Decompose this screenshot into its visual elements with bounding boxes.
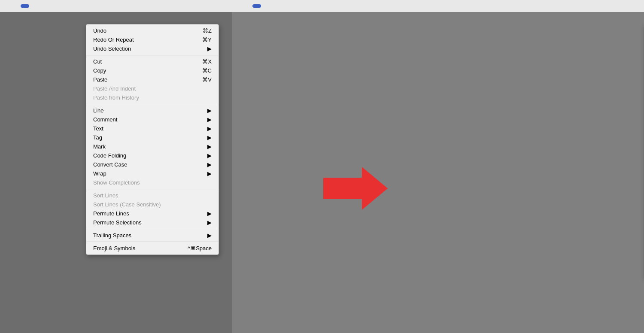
separator-5 <box>86 242 219 242</box>
menu-item-label: Permute Lines <box>93 210 129 217</box>
menu-item-1-2[interactable]: Paste⌘V <box>86 75 219 84</box>
menu-item-label: Paste And Indent <box>93 85 136 92</box>
left-dropdown: Undo⌘ZRedo Or Repeat⌘YUndo Selection▶Cut… <box>86 24 219 255</box>
menu-item-label: Paste from History <box>93 94 139 101</box>
menu-item-shortcut: ⌘C <box>202 67 212 74</box>
menu-item-shortcut: ⌘X <box>202 58 212 65</box>
menu-item-2-2[interactable]: Text▶ <box>86 124 219 133</box>
app-name-left[interactable] <box>3 4 12 8</box>
separator-2 <box>86 104 219 104</box>
menu-item-shortcut: ⌘Z <box>203 27 212 34</box>
menu-edit-right[interactable] <box>252 4 261 8</box>
menu-item-label: Line <box>93 107 104 114</box>
menu-file-right[interactable] <box>244 4 252 8</box>
app-name-right[interactable] <box>235 4 244 8</box>
arrow-container <box>323 167 388 210</box>
arrow-shape <box>323 167 388 210</box>
menu-item-label: Show Completions <box>93 179 140 186</box>
menubar <box>0 0 644 12</box>
separator-1 <box>86 55 219 55</box>
menu-item-3-2[interactable]: Permute Lines▶ <box>86 209 219 218</box>
menu-item-label: Undo <box>93 27 106 34</box>
menu-item-label: Trailing Spaces <box>93 232 131 239</box>
menu-item-2-6[interactable]: Convert Case▶ <box>86 160 219 169</box>
menu-item-shortcut: ▶ <box>207 116 212 123</box>
menu-item-shortcut: ⌘Y <box>202 36 212 43</box>
menu-item-1-1[interactable]: Copy⌘C <box>86 66 219 75</box>
menu-selection-right[interactable] <box>261 4 270 8</box>
menu-item-label: Wrap <box>93 170 106 177</box>
menu-item-shortcut: ▶ <box>207 161 212 168</box>
menu-item-label: Comment <box>93 116 117 123</box>
arrow-head <box>362 167 388 210</box>
menu-item-shortcut: ▶ <box>207 170 212 177</box>
menu-item-2-5[interactable]: Code Folding▶ <box>86 151 219 160</box>
menu-view-right[interactable] <box>278 4 287 8</box>
menu-item-label: Code Folding <box>93 152 126 159</box>
menu-item-shortcut: ▶ <box>207 210 212 217</box>
menu-item-label: Permute Selections <box>93 219 142 226</box>
menu-item-0-2[interactable]: Undo Selection▶ <box>86 44 219 53</box>
separator-3 <box>86 189 219 189</box>
menu-item-0-1[interactable]: Redo Or Repeat⌘Y <box>86 35 219 44</box>
menu-item-2-8: Show Completions <box>86 178 219 187</box>
menu-item-shortcut: ▶ <box>207 232 212 239</box>
menu-item-shortcut: ▶ <box>207 134 212 141</box>
menu-item-shortcut: ⌘V <box>202 76 212 83</box>
menu-item-label: Cut <box>93 58 102 65</box>
menu-goto-right[interactable] <box>287 4 295 8</box>
menu-item-3-0: Sort Lines <box>86 191 219 200</box>
menu-item-shortcut: ^⌘Space <box>188 245 212 251</box>
menu-item-label: Redo Or Repeat <box>93 36 134 43</box>
right-panel: 元に戻す(U)⌘Zやり直し(R)⌘Y選択操作の取り消し▶コピー(C)⌘C切り取り… <box>232 12 644 333</box>
menu-item-2-0[interactable]: Line▶ <box>86 106 219 115</box>
menu-item-label: Tag <box>93 134 102 141</box>
menu-item-3-1: Sort Lines (Case Sensitive) <box>86 200 219 209</box>
menu-item-shortcut: ▶ <box>207 45 212 52</box>
menu-goto-left[interactable] <box>55 4 64 8</box>
menu-item-label: Emoji & Symbols <box>93 245 135 251</box>
left-panel: Undo⌘ZRedo Or Repeat⌘YUndo Selection▶Cut… <box>0 12 232 333</box>
menu-selection-left[interactable] <box>29 4 38 8</box>
menu-item-2-3[interactable]: Tag▶ <box>86 133 219 142</box>
menu-item-label: Paste <box>93 76 107 83</box>
menu-item-label: Copy <box>93 67 106 74</box>
menu-item-1-4: Paste from History <box>86 93 219 102</box>
menu-item-shortcut: ▶ <box>207 125 212 132</box>
menu-view-left[interactable] <box>46 4 55 8</box>
menu-edit-left[interactable] <box>21 4 29 8</box>
menubar-left <box>3 4 235 8</box>
arrow-body <box>323 178 362 199</box>
main-area: Undo⌘ZRedo Or Repeat⌘YUndo Selection▶Cut… <box>0 12 644 333</box>
menu-item-2-4[interactable]: Mark▶ <box>86 142 219 151</box>
menubar-right <box>235 4 641 8</box>
menu-item-label: Text <box>93 125 103 132</box>
menu-item-label: Sort Lines <box>93 192 118 199</box>
menu-item-4-0[interactable]: Trailing Spaces▶ <box>86 231 219 240</box>
menu-file-left[interactable] <box>12 4 21 8</box>
menu-tools-left[interactable] <box>64 4 72 8</box>
menu-item-2-7[interactable]: Wrap▶ <box>86 169 219 178</box>
menu-item-shortcut: ▶ <box>207 152 212 159</box>
menu-item-1-0[interactable]: Cut⌘X <box>86 57 219 66</box>
menu-find-right[interactable] <box>270 4 278 8</box>
menu-item-label: Sort Lines (Case Sensitive) <box>93 201 161 208</box>
menu-item-1-3: Paste And Indent <box>86 84 219 93</box>
menu-item-0-0[interactable]: Undo⌘Z <box>86 26 219 35</box>
separator-4 <box>86 229 219 229</box>
menu-item-shortcut: ▶ <box>207 219 212 226</box>
menu-item-label: Undo Selection <box>93 45 131 52</box>
menu-item-shortcut: ▶ <box>207 107 212 114</box>
menu-item-3-3[interactable]: Permute Selections▶ <box>86 218 219 227</box>
menu-item-label: Convert Case <box>93 161 127 168</box>
menu-find-left[interactable] <box>38 4 46 8</box>
menu-item-label: Mark <box>93 143 106 150</box>
menu-item-2-1[interactable]: Comment▶ <box>86 115 219 124</box>
menu-tools-right[interactable] <box>295 4 304 8</box>
menu-item-shortcut: ▶ <box>207 143 212 150</box>
menu-item-5-0[interactable]: Emoji & Symbols^⌘Space <box>86 244 219 253</box>
